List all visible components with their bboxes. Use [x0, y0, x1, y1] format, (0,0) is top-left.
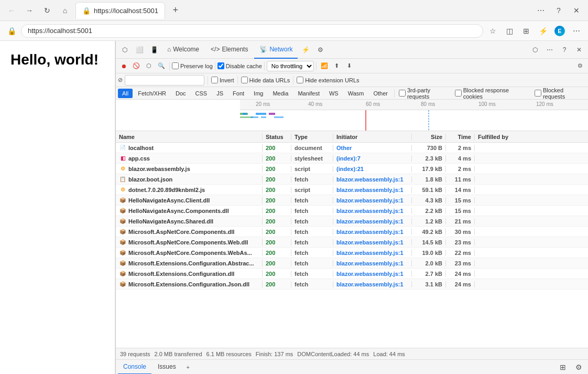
- col-header-type[interactable]: Type: [291, 134, 333, 140]
- search-button[interactable]: 🔍: [156, 60, 167, 72]
- devtools-welcome-tab[interactable]: ⌂ Welcome: [162, 41, 204, 59]
- url-input[interactable]: [21, 24, 483, 38]
- devtools-device-button[interactable]: 📱: [147, 43, 161, 57]
- upload-button[interactable]: ⬆: [331, 60, 343, 72]
- blocked-cookies-input[interactable]: [455, 90, 462, 97]
- collections-button[interactable]: ◫: [502, 24, 517, 38]
- row-time: 21 ms: [455, 218, 471, 225]
- type-filter-all[interactable]: All: [118, 89, 133, 98]
- third-party-checkbox[interactable]: 3rd-party requests: [399, 87, 453, 100]
- type-filter-media[interactable]: Media: [268, 89, 292, 98]
- row-initiator: blazor.webassembly.js:1: [336, 197, 404, 204]
- col-header-name[interactable]: Name: [116, 134, 263, 140]
- table-row[interactable]: 📦 Microsoft.AspNetCore.Components.Web.dl…: [116, 237, 588, 248]
- help-button[interactable]: ?: [551, 3, 566, 18]
- settings-button[interactable]: ⚙: [574, 60, 586, 72]
- table-row[interactable]: ⚙ dotnet.7.0.20.89d9knbml2.js 200 script…: [116, 185, 588, 195]
- issues-tab[interactable]: Issues: [153, 360, 181, 375]
- close-button[interactable]: ✕: [569, 3, 584, 18]
- col-header-fulfilled[interactable]: Fulfilled by: [475, 134, 588, 140]
- bottom-settings-button[interactable]: ⚙: [571, 360, 586, 375]
- console-tab[interactable]: Console: [118, 360, 151, 375]
- table-row[interactable]: 📦 HelloNavigateAsync.Client.dll 200 fetc…: [116, 195, 588, 206]
- type-filter-ws[interactable]: WS: [325, 89, 343, 98]
- row-time-cell: 2 ms: [446, 145, 475, 151]
- bottom-dock-button[interactable]: ⊞: [556, 360, 570, 375]
- filter-input[interactable]: [125, 75, 204, 86]
- back-button[interactable]: ←: [4, 3, 19, 18]
- table-row[interactable]: ⚙ blazor.webassembly.js 200 script (inde…: [116, 164, 588, 174]
- favorites-button[interactable]: ☆: [485, 24, 500, 38]
- table-row[interactable]: 📦 HelloNavigateAsync.Shared.dll 200 fetc…: [116, 216, 588, 227]
- type-filter-wasm[interactable]: Wasm: [344, 89, 368, 98]
- table-row[interactable]: 📦 HelloNavigateAsync.Components.dll 200 …: [116, 206, 588, 216]
- devtools-network-tab[interactable]: 📡 Network: [254, 41, 298, 59]
- type-filter-img[interactable]: Img: [249, 89, 267, 98]
- table-row[interactable]: 📦 Microsoft.Extensions.Configuration.Jso…: [116, 279, 588, 290]
- devtools-inspect-button[interactable]: ⬡: [118, 43, 132, 57]
- security-icon[interactable]: 🔒: [4, 24, 19, 38]
- hide-data-urls-input[interactable]: [241, 77, 248, 83]
- devtools-more-button[interactable]: ⋯: [543, 43, 557, 57]
- new-tab-button[interactable]: +: [168, 3, 183, 18]
- third-party-input[interactable]: [399, 90, 406, 97]
- hide-extension-urls-checkbox[interactable]: Hide extension URLs: [297, 77, 359, 83]
- table-row[interactable]: 📦 Microsoft.Extensions.Configuration.Abs…: [116, 258, 588, 269]
- type-filter-fetch-xhr[interactable]: Fetch/XHR: [134, 89, 170, 98]
- add-tab-button[interactable]: +: [182, 361, 194, 373]
- blocked-requests-input[interactable]: [535, 90, 541, 97]
- download-button[interactable]: ⬇: [344, 60, 355, 72]
- svg-rect-6: [261, 116, 266, 118]
- type-filter-font[interactable]: Font: [228, 89, 248, 98]
- blocked-requests-checkbox[interactable]: Blocked requests: [535, 87, 586, 100]
- type-filter-doc[interactable]: Doc: [171, 89, 190, 98]
- table-row[interactable]: ◧ app.css 200 stylesheet (index):7 2.3 k…: [116, 153, 588, 164]
- type-filter-css[interactable]: CSS: [191, 89, 212, 98]
- clear-button[interactable]: 🚫: [130, 60, 142, 72]
- devtools-settings-tab[interactable]: ⚙: [313, 43, 327, 57]
- blocked-cookies-checkbox[interactable]: Blocked response cookies: [455, 87, 528, 100]
- disable-cache-checkbox[interactable]: Disable cache: [217, 62, 262, 69]
- type-filter-manifest[interactable]: Manifest: [293, 89, 324, 98]
- col-header-initiator[interactable]: Initiator: [333, 134, 412, 140]
- hide-data-urls-checkbox[interactable]: Hide data URLs: [241, 77, 290, 83]
- home-button[interactable]: ⌂: [58, 3, 72, 18]
- browser-tab-active[interactable]: 🔒 https://localhost:5001: [75, 2, 165, 19]
- more-button[interactable]: ⋯: [569, 24, 584, 38]
- preserve-log-input[interactable]: [172, 62, 179, 69]
- col-header-time[interactable]: Time: [446, 134, 475, 140]
- refresh-button[interactable]: ↻: [40, 3, 55, 18]
- table-row[interactable]: 📄 localhost 200 document Other 730 B 2 m…: [116, 143, 588, 153]
- devtools-cursor-button[interactable]: ⬜: [133, 43, 146, 57]
- preserve-log-checkbox[interactable]: Preserve log: [172, 62, 213, 69]
- network-table[interactable]: Name Status Type Initiator Size Time Ful…: [116, 131, 588, 348]
- devtools-elements-tab[interactable]: </> Elements: [205, 41, 253, 59]
- devtools-performance-tab[interactable]: ⚡: [299, 43, 312, 57]
- devtools-close-button[interactable]: ✕: [572, 43, 586, 57]
- col-header-status[interactable]: Status: [263, 134, 291, 140]
- table-row[interactable]: 📦 Microsoft.AspNetCore.Components.dll 20…: [116, 227, 588, 237]
- table-row[interactable]: 📋 blazor.boot.json 200 fetch blazor.weba…: [116, 174, 588, 185]
- fetch-badge-button[interactable]: ⬡: [143, 60, 155, 72]
- type-filter-other[interactable]: Other: [369, 89, 392, 98]
- devtools-help-button[interactable]: ?: [558, 43, 571, 57]
- hide-extension-urls-input[interactable]: [297, 77, 303, 83]
- invert-input[interactable]: [211, 77, 218, 83]
- profile-button[interactable]: E: [552, 24, 567, 38]
- split-screen-button[interactable]: ⊞: [519, 24, 533, 38]
- disable-cache-input[interactable]: [217, 62, 224, 69]
- table-row[interactable]: 📦 Microsoft.AspNetCore.Components.WebAs.…: [116, 248, 588, 258]
- col-header-size[interactable]: Size: [412, 134, 446, 140]
- row-name-cell: 📦 Microsoft.AspNetCore.Components.dll: [116, 228, 263, 236]
- row-size: 59.1 kB: [422, 187, 442, 193]
- table-row[interactable]: 📦 Microsoft.Extensions.Configuration.dll…: [116, 269, 588, 279]
- devtools-dock-button[interactable]: ⬡: [528, 43, 542, 57]
- record-button[interactable]: ⏺: [118, 60, 129, 72]
- browser-essentials-button[interactable]: ⚡: [536, 24, 550, 38]
- throttling-select[interactable]: No throttling: [267, 61, 314, 71]
- invert-checkbox[interactable]: Invert: [211, 77, 234, 83]
- type-filter-js[interactable]: JS: [212, 89, 227, 98]
- wifi-button[interactable]: 📶: [319, 60, 330, 72]
- forward-button[interactable]: →: [22, 3, 37, 18]
- extensions-button[interactable]: ⋯: [533, 3, 548, 18]
